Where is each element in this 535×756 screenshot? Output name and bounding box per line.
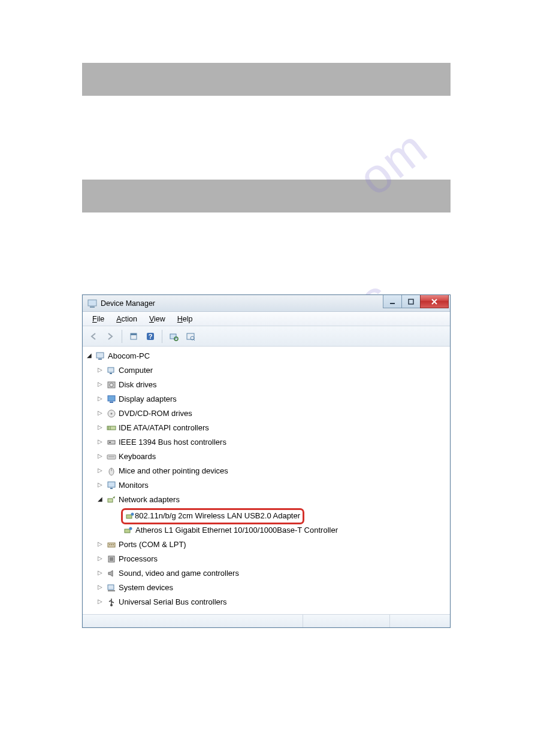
tree-node[interactable]: ◢Network adapters802.11n/b/g 2cm Wireles… (96, 494, 448, 539)
expand-icon[interactable]: ▷ (97, 599, 103, 605)
tree-node[interactable]: ▷Processors (96, 553, 448, 567)
tree-node[interactable]: ▷Mice and other pointing devices (96, 465, 448, 479)
forward-button[interactable] (103, 329, 117, 344)
expand-icon[interactable]: ▷ (97, 424, 103, 430)
expand-icon[interactable]: ▷ (97, 381, 103, 387)
show-hidden-button[interactable] (183, 329, 198, 344)
dvd-icon (107, 409, 116, 418)
tree-node-label: Computer (119, 365, 153, 377)
gray-block-1 (82, 63, 451, 96)
maximize-button[interactable] (401, 295, 421, 308)
expand-icon[interactable]: ▷ (97, 482, 103, 488)
usb-icon (107, 597, 116, 607)
window-controls (383, 295, 449, 308)
tree-root[interactable]: ◢ Abocom-PC ▷Computer▷Disk drives▷Displa… (85, 350, 448, 611)
toolbar-separator-2 (162, 330, 162, 343)
expand-icon[interactable]: ▷ (97, 439, 103, 445)
monitor-icon (107, 481, 116, 490)
expander-icon[interactable]: ◢ (86, 353, 92, 359)
tree-node[interactable]: ▷Disk drives (96, 379, 448, 393)
tree-node[interactable]: ▷IDE ATA/ATAPI controllers (96, 422, 448, 436)
tree-node-label: System devices (119, 582, 173, 594)
tree-node[interactable]: ▷Universal Serial Bus controllers (96, 596, 448, 611)
svg-point-22 (111, 413, 113, 415)
statusbar-cell-1 (83, 615, 303, 627)
tree-node[interactable]: ▷Ports (COM & LPT) (96, 539, 448, 553)
netcard-icon (125, 511, 135, 521)
tree-node-label: Network adapters (119, 494, 180, 506)
tree-child-node[interactable]: Atheros L1 Gigabit Ethernet 10/100/1000B… (107, 524, 448, 539)
menu-help-rest: elp (183, 315, 193, 323)
svg-rect-26 (108, 441, 115, 444)
tree-node-label: DVD/CD-ROM drives (119, 408, 192, 420)
expand-icon[interactable]: ▷ (97, 453, 103, 459)
svg-text:?: ? (149, 333, 153, 340)
back-button[interactable] (86, 329, 101, 344)
cpu-icon (107, 554, 116, 564)
menu-file-rest: ile (97, 315, 105, 323)
highlighted-device: 802.11n/b/g 2cm Wireless LAN USB2.0 Adap… (121, 508, 304, 524)
svg-point-40 (109, 544, 110, 545)
tree-node-label: Processors (119, 553, 158, 565)
svg-rect-0 (88, 300, 96, 306)
tree-node-label: Disk drives (119, 379, 157, 391)
tree-child-node[interactable]: 802.11n/b/g 2cm Wireless LAN USB2.0 Adap… (107, 508, 448, 524)
computer-icon (107, 366, 116, 375)
tree-child-label: Atheros L1 Gigabit Ethernet 10/100/1000B… (135, 524, 338, 536)
minimize-button[interactable] (383, 295, 402, 308)
expand-icon[interactable]: ▷ (97, 396, 103, 402)
help-button[interactable]: ? (143, 329, 158, 344)
menu-action[interactable]: Action (110, 314, 143, 324)
statusbar (83, 614, 450, 627)
gray-block-2 (82, 180, 451, 212)
svg-rect-27 (109, 442, 111, 443)
tree-node-label: Mice and other pointing devices (119, 465, 228, 477)
ieee-icon (107, 438, 116, 447)
menubar: File Action View Help (83, 312, 450, 326)
network-icon (107, 495, 116, 505)
tree-node-label: IDE ATA/ATAPI controllers (119, 422, 209, 434)
tree-node[interactable]: ▷Keyboards (96, 451, 448, 465)
properties-button[interactable] (126, 329, 141, 344)
menu-file[interactable]: File (86, 314, 110, 324)
svg-line-12 (194, 339, 195, 341)
tree-node[interactable]: ▷DVD/CD-ROM drives (96, 408, 448, 422)
tree-node[interactable]: ▷IEEE 1394 Bus host controllers (96, 436, 448, 451)
expand-icon[interactable]: ▷ (97, 541, 103, 547)
tree-node[interactable]: ▷Computer (96, 365, 448, 379)
tree-node-label: Keyboards (119, 451, 156, 463)
tree-node-label: Universal Serial Bus controllers (119, 596, 227, 608)
expand-icon[interactable]: ▷ (97, 570, 103, 576)
app-icon (87, 299, 97, 308)
tree-node[interactable]: ▷Display adapters (96, 393, 448, 408)
expand-icon[interactable]: ▷ (97, 555, 103, 561)
device-tree: ◢ Abocom-PC ▷Computer▷Disk drives▷Displa… (83, 347, 450, 614)
tree-node-label: IEEE 1394 Bus host controllers (119, 436, 226, 448)
scan-hardware-button[interactable] (167, 329, 181, 344)
expand-icon[interactable]: ▷ (97, 467, 103, 473)
expand-icon[interactable]: ▷ (97, 367, 103, 373)
close-button[interactable] (420, 295, 449, 308)
svg-rect-1 (90, 306, 95, 308)
menu-view-rest: iew (154, 315, 165, 323)
tree-child-label: 802.11n/b/g 2cm Wireless LAN USB2.0 Adap… (135, 510, 300, 522)
display-icon (107, 394, 116, 404)
collapse-icon[interactable]: ◢ (97, 496, 103, 502)
tree-node[interactable]: ▷Monitors (96, 479, 448, 494)
computer-root-icon (96, 351, 105, 361)
tree-node[interactable]: ▷Sound, video and game controllers (96, 567, 448, 582)
svg-point-36 (131, 513, 134, 516)
svg-rect-37 (125, 529, 130, 533)
tree-node[interactable]: ▷System devices (96, 582, 448, 596)
svg-point-47 (110, 604, 113, 606)
svg-rect-15 (108, 368, 114, 372)
svg-rect-3 (409, 299, 413, 304)
svg-rect-5 (131, 333, 137, 335)
expand-icon[interactable]: ▷ (97, 410, 103, 416)
titlebar[interactable]: Device Manager (83, 295, 450, 312)
tree-node-label: Sound, video and game controllers (119, 567, 239, 579)
expand-icon[interactable]: ▷ (97, 584, 103, 590)
system-icon (107, 583, 116, 593)
menu-view[interactable]: View (143, 314, 171, 324)
menu-help[interactable]: Help (171, 314, 199, 324)
